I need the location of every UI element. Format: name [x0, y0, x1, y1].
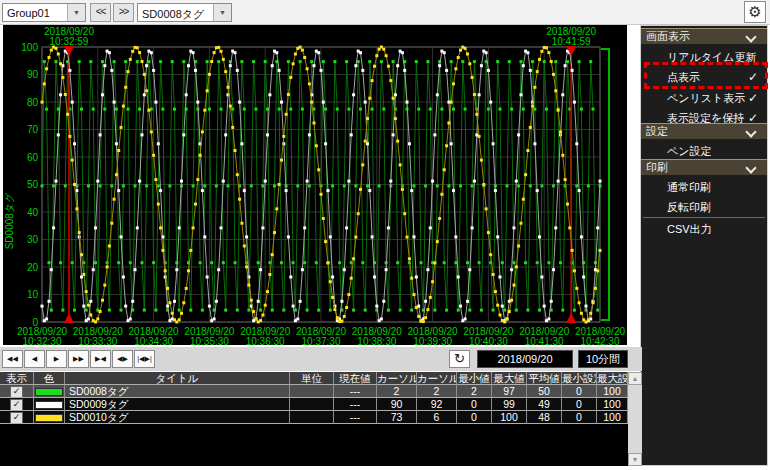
table-cell: ---	[334, 385, 377, 398]
move-right-button[interactable]: ▶	[46, 350, 67, 368]
x-tick-time: 10:38:30	[357, 336, 396, 345]
full-range-button[interactable]: |◀▶|	[134, 350, 155, 368]
menu-item-normal-print[interactable]: 通常印刷	[641, 177, 767, 197]
visibility-cell[interactable]: ✓	[0, 398, 34, 411]
table-cell	[290, 398, 334, 411]
visibility-checkbox[interactable]: ✓	[10, 412, 23, 424]
column-header: 色	[34, 372, 65, 385]
table-cell	[290, 411, 334, 424]
group-select[interactable]: Group01 ▼	[2, 3, 86, 22]
visibility-cell[interactable]: ✓	[0, 411, 34, 424]
column-header: 最大設定	[597, 372, 628, 385]
top-toolbar: Group01 ▼ << >> SD0008タグ ▼ ⚙	[0, 0, 770, 25]
menu-divider	[643, 217, 765, 218]
column-header: 表示	[0, 372, 34, 385]
table-cell: 49	[527, 398, 562, 411]
cursor-handle-bottom[interactable]	[64, 313, 74, 323]
y-axis-title: SD0008タグ	[4, 192, 15, 249]
table-cell: 100	[597, 411, 628, 424]
visibility-cell[interactable]: ✓	[0, 385, 34, 398]
table-cell: 0	[562, 385, 597, 398]
column-header: 最大値	[492, 372, 527, 385]
column-header: 単位	[290, 372, 334, 385]
menu-section-screen-display[interactable]: 画面表示	[641, 28, 767, 44]
table-cell: 0	[562, 411, 597, 424]
move-right-fast-button[interactable]: ▶▶	[68, 350, 89, 368]
menu-item-pen-settings[interactable]: ペン設定	[641, 141, 767, 161]
y-tick-label: 60	[27, 152, 39, 163]
column-header: タイトル	[65, 372, 290, 385]
move-left-button[interactable]: ◀	[24, 350, 45, 368]
table-cell: 0	[457, 411, 492, 424]
x-tick-time: 10:33:30	[78, 336, 117, 345]
table-cell: 6	[417, 411, 457, 424]
y-tick-label: 10	[27, 289, 39, 300]
refresh-icon: ↻	[454, 351, 465, 366]
chevron-down-icon	[745, 162, 756, 173]
chevron-down-icon[interactable]: ▼	[67, 4, 85, 21]
next-group-button[interactable]: >>	[113, 3, 134, 22]
y-tick-label: 50	[27, 179, 39, 190]
x-tick-time: 10:42:30	[581, 336, 620, 345]
tag-select[interactable]: SD0008タグ ▼	[137, 3, 232, 22]
menu-section-settings[interactable]: 設定	[641, 123, 767, 139]
trend-chart-plot[interactable]: 01020304050607080901002018/09/2010:32:30…	[3, 25, 627, 345]
table-cell: 73	[377, 411, 417, 424]
table-cell: 100	[492, 411, 527, 424]
refresh-button[interactable]: ↻	[449, 350, 470, 368]
scroll-down-button[interactable]: ▼	[628, 453, 642, 466]
menu-item-csv-export[interactable]: CSV出力	[641, 219, 767, 239]
menu-item-inverted-print[interactable]: 反転印刷	[641, 197, 767, 217]
gear-icon: ⚙	[748, 3, 761, 20]
prev-group-button[interactable]: <<	[90, 3, 111, 22]
visibility-checkbox[interactable]: ✓	[10, 386, 23, 398]
settings-gear-button[interactable]: ⚙	[744, 1, 766, 23]
table-cell: 90	[377, 398, 417, 411]
table-cell: SD0010タグ	[65, 411, 290, 424]
cursor-handle-bottom[interactable]	[566, 313, 576, 323]
zoom-out-time-button[interactable]: ◀▶	[112, 350, 133, 368]
transport-bar: ◀◀◀▶▶▶▶◀◀▶|◀▶| ↻ 2018/09/20 10:32:30 10分…	[0, 347, 642, 371]
pen-color-swatch	[35, 414, 63, 422]
table-scrollbar[interactable]: ▲ ▼	[628, 372, 642, 466]
chevron-down-icon	[745, 126, 756, 137]
time-range-button[interactable]: 10分間	[578, 350, 628, 368]
table-cell: 2	[457, 385, 492, 398]
x-tick-time: 10:32:30	[23, 336, 62, 345]
table-row[interactable]: ✓SD0010タグ---7360100480100	[0, 411, 628, 424]
x-tick-time: 10:34:30	[134, 336, 173, 345]
color-cell	[34, 411, 65, 424]
table-row[interactable]: ✓SD0008タグ---22297500100	[0, 385, 628, 398]
color-cell	[34, 385, 65, 398]
table-cell: 2	[377, 385, 417, 398]
column-header: 平均値	[527, 372, 562, 385]
y-tick-label: 100	[21, 42, 38, 53]
color-cell	[34, 398, 65, 411]
pen-color-swatch	[35, 401, 63, 409]
table-cell: 0	[562, 398, 597, 411]
menu-item-pen-list-display[interactable]: ペンリスト表示✓	[641, 88, 767, 108]
column-header: 現在値	[334, 372, 377, 385]
visibility-checkbox[interactable]: ✓	[10, 399, 23, 411]
cursor-time-label: 10:32:59	[50, 36, 89, 47]
x-tick-time: 10:35:30	[190, 336, 229, 345]
y-tick-label: 90	[27, 69, 39, 80]
table-row[interactable]: ✓SD0009タグ---9092099490100	[0, 398, 628, 411]
scroll-up-button[interactable]: ▲	[628, 372, 642, 385]
menu-section-print[interactable]: 印刷	[641, 159, 767, 175]
trend-chart-panel: 01020304050607080901002018/09/2010:32:30…	[3, 25, 627, 345]
x-tick-time: 10:39:30	[413, 336, 452, 345]
move-left-fast-button[interactable]: ◀◀	[2, 350, 23, 368]
table-cell: 97	[492, 385, 527, 398]
column-header: 最小設定	[562, 372, 597, 385]
datetime-display[interactable]: 2018/09/20 10:32:30	[477, 350, 573, 368]
table-cell: ---	[334, 398, 377, 411]
zoom-in-time-button[interactable]: ▶◀	[90, 350, 111, 368]
y-tick-label: 70	[27, 124, 39, 135]
table-cell: 2	[417, 385, 457, 398]
chevron-down-icon[interactable]: ▼	[213, 4, 231, 21]
right-menu-panel: 画面表示 リアルタイム更新 点表示✓ ペンリスト表示✓ 表示設定を保持✓ 設定 …	[640, 25, 768, 466]
table-cell	[290, 385, 334, 398]
tag-select-value: SD0008タグ	[142, 7, 204, 22]
x-tick-time: 10:37:30	[302, 336, 341, 345]
